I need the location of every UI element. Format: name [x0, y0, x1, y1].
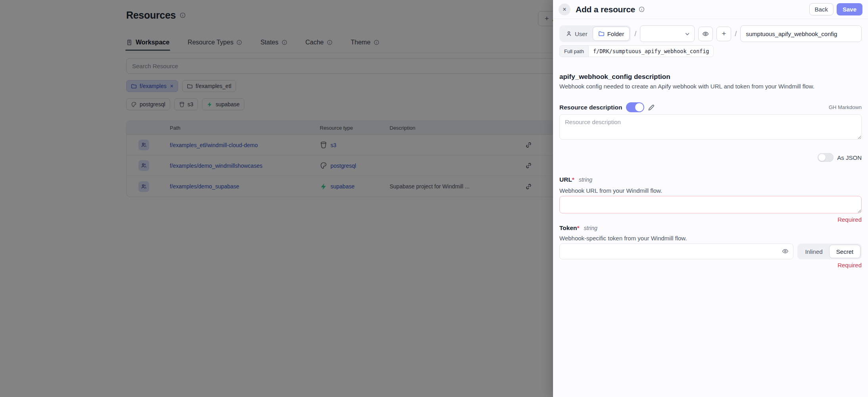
resource-description-textarea[interactable]: [559, 114, 862, 140]
token-mode-toggle: Inlined Secret: [797, 244, 862, 259]
full-path-value: f/DRK/sumptuous_apify_webhook_config: [589, 46, 714, 57]
description-toggle[interactable]: [626, 102, 644, 112]
field-type: string: [579, 176, 592, 183]
eye-icon[interactable]: [782, 248, 789, 255]
token-secret-label: Secret: [836, 248, 853, 255]
full-path-row: Full path f/DRK/sumptuous_apify_webhook_…: [559, 45, 714, 57]
resource-description-row: Resource description GH Markdown: [559, 102, 862, 112]
drawer-body: User Folder /: [553, 19, 868, 397]
schema-description: Webhook config needed to create an Apify…: [559, 83, 862, 90]
required-asterisk: *: [572, 176, 574, 183]
token-secret-option[interactable]: Secret: [829, 245, 860, 258]
path-separator: /: [735, 30, 737, 38]
url-field-label-row: URL* string: [559, 176, 592, 183]
as-json-toggle[interactable]: [818, 153, 833, 162]
as-json-label: As JSON: [837, 154, 862, 161]
field-name: URL*: [559, 176, 574, 183]
plus-icon: +: [722, 29, 726, 38]
folder-select[interactable]: [640, 25, 695, 42]
owner-folder-option[interactable]: Folder: [593, 27, 630, 41]
add-folder-button[interactable]: +: [716, 27, 731, 41]
field-type: string: [584, 225, 597, 231]
owner-kind-toggle: User Folder: [559, 25, 631, 42]
drawer-header: × Add a resource Back Save: [553, 0, 868, 19]
path-separator: /: [634, 30, 636, 38]
folder-icon: [598, 31, 605, 37]
pencil-icon[interactable]: [648, 104, 655, 111]
as-json-row: As JSON: [818, 153, 862, 162]
save-button[interactable]: Save: [837, 3, 862, 15]
resource-name-input[interactable]: [740, 25, 862, 42]
token-field-label-row: Token* string: [559, 224, 597, 232]
info-icon[interactable]: [639, 6, 645, 12]
token-input[interactable]: [559, 244, 793, 259]
add-resource-drawer: × Add a resource Back Save User: [553, 0, 868, 397]
close-icon[interactable]: ×: [559, 4, 570, 15]
token-field-description: Webhook-specific token from your Windmil…: [559, 235, 862, 242]
chevron-down-icon: [684, 31, 690, 37]
gh-markdown-hint: GH Markdown: [829, 104, 862, 110]
resource-description-label: Resource description: [559, 104, 622, 111]
schema-heading: apify_webhook_config description: [559, 73, 670, 81]
screen: Resources + Add resource Workspace Resou…: [0, 0, 868, 397]
eye-icon: [702, 31, 709, 37]
url-input[interactable]: [559, 196, 862, 213]
owner-folder-label: Folder: [607, 31, 624, 37]
path-picker-row: User Folder /: [559, 25, 862, 42]
view-folder-button[interactable]: [698, 27, 713, 41]
owner-user-label: User: [575, 31, 588, 37]
owner-user-option[interactable]: User: [561, 27, 593, 41]
field-name: Token*: [559, 224, 580, 232]
token-required-label: Required: [837, 262, 862, 269]
url-required-label: Required: [837, 216, 862, 223]
token-input-wrap: [559, 244, 793, 259]
back-button[interactable]: Back: [809, 3, 833, 15]
drawer-title: Add a resource: [576, 5, 635, 14]
user-icon: [566, 31, 572, 37]
token-input-row: Inlined Secret: [559, 244, 862, 259]
full-path-label: Full path: [560, 46, 589, 57]
token-inlined-label: Inlined: [805, 248, 822, 255]
url-field-description: Webhook URL from your Windmill flow.: [559, 187, 862, 194]
required-asterisk: *: [577, 224, 580, 231]
token-inlined-option[interactable]: Inlined: [799, 245, 829, 258]
